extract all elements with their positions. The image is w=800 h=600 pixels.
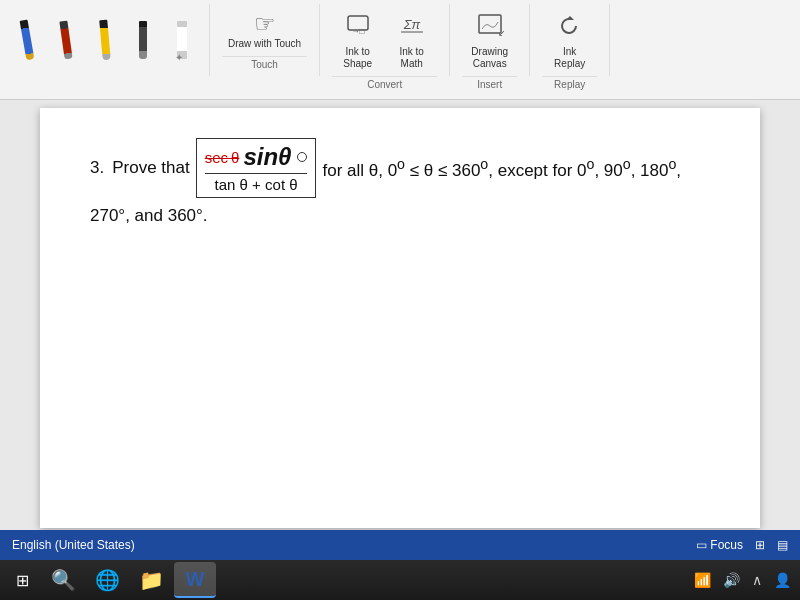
replay-group-name: Replay [542, 76, 597, 92]
drawing-canvas-button[interactable]: ↙ DrawingCanvas [465, 8, 515, 74]
ink-to-shape-label: Ink toShape [343, 46, 372, 70]
dark-pen-icon [139, 21, 147, 59]
ribbon-group-convert: →□ Ink toShape Σπ Ink toMath [320, 4, 450, 76]
ink-to-shape-button[interactable]: →□ Ink toShape [333, 8, 383, 74]
ink-replay-icon [556, 12, 584, 44]
ribbon: ☞ Draw with Touch Touch →□ [0, 0, 800, 100]
tray-person-icon[interactable]: 👤 [771, 570, 794, 590]
search-taskbar-icon: 🔍 [51, 568, 76, 592]
status-bar: English (United States) ▭ Focus ⊞ ▤ [0, 530, 800, 560]
taskbar: ⊞ 🔍 🌐 📁 W 📶 🔊 ∧ 👤 [0, 560, 800, 600]
ribbon-group-replay: InkReplay Replay [530, 4, 610, 76]
touch-group-name: Touch [222, 56, 307, 72]
tray-volume-icon[interactable]: 🔊 [720, 570, 743, 590]
focus-icon: ▭ [696, 538, 707, 552]
insert-group-name: Insert [462, 76, 517, 92]
ink-to-math-icon: Σπ [398, 12, 426, 44]
taskbar-chrome-app[interactable]: 🌐 [86, 562, 128, 598]
taskbar-search-app[interactable]: 🔍 [42, 562, 84, 598]
focus-label[interactable]: ▭ Focus [696, 538, 743, 552]
chrome-taskbar-icon: 🌐 [95, 568, 120, 592]
touch-group-buttons: ☞ Draw with Touch [222, 8, 307, 54]
taskbar-right: 📶 🔊 ∧ 👤 [691, 570, 794, 590]
convert-group-name: Convert [332, 76, 437, 92]
ribbon-groups: ☞ Draw with Touch Touch →□ [210, 4, 800, 76]
ink-to-shape-icon: →□ [344, 12, 372, 44]
start-icon: ⊞ [16, 571, 29, 590]
view-layout-icon[interactable]: ▤ [777, 538, 788, 552]
pen-tools-area [0, 4, 210, 76]
tray-up-icon[interactable]: ∧ [749, 570, 765, 590]
replay-group-buttons: InkReplay [545, 8, 595, 74]
drawing-canvas-label: DrawingCanvas [471, 46, 508, 70]
svg-text:↙: ↙ [498, 28, 504, 38]
ink-replay-button[interactable]: InkReplay [545, 8, 595, 74]
second-line: 270°, and 360°. [90, 206, 710, 226]
status-right: ▭ Focus ⊞ ▤ [696, 538, 788, 552]
problem-line: 3. Prove that sec θ sinθ tan θ + cot θ f… [90, 138, 710, 198]
folder-taskbar-icon: 📁 [139, 568, 164, 592]
draw-with-touch-button[interactable]: ☞ Draw with Touch [222, 8, 307, 54]
taskbar-folder-app[interactable]: 📁 [130, 562, 172, 598]
sec-theta-strikethrough: sec θ [205, 149, 240, 166]
insert-group-buttons: ↙ DrawingCanvas [465, 8, 515, 74]
blue-pen-icon [20, 20, 35, 61]
language-status: English (United States) [12, 538, 135, 552]
sin-theta-main: sinθ [243, 143, 291, 171]
svg-marker-6 [566, 16, 574, 20]
svg-text:Σπ: Σπ [402, 17, 420, 32]
ink-replay-label: InkReplay [554, 46, 585, 70]
svg-text:→□: →□ [351, 27, 364, 36]
pen-tool-5[interactable] [164, 10, 199, 70]
fraction-box[interactable]: sec θ sinθ tan θ + cot θ [196, 138, 317, 198]
draw-touch-label: Draw with Touch [228, 38, 301, 50]
taskbar-word-app[interactable]: W [174, 562, 216, 598]
ribbon-group-insert: ↙ DrawingCanvas Insert [450, 4, 530, 76]
problem-number: 3. [90, 158, 104, 178]
ink-to-math-button[interactable]: Σπ Ink toMath [387, 8, 437, 74]
fraction-numerator: sec θ sinθ [205, 143, 308, 174]
word-taskbar-icon: W [186, 568, 205, 591]
red-pen-icon [59, 21, 72, 60]
tray-network-icon[interactable]: 📶 [691, 570, 714, 590]
convert-group-buttons: →□ Ink toShape Σπ Ink toMath [333, 8, 437, 74]
view-grid-icon[interactable]: ⊞ [755, 538, 765, 552]
problem-suffix: for all θ, 0o ≤ θ ≤ 360o, except for 0o,… [322, 156, 681, 181]
yellow-pen-icon [99, 20, 110, 61]
fraction-denominator: tan θ + cot θ [215, 174, 298, 193]
start-button[interactable]: ⊞ [6, 564, 38, 596]
ribbon-group-touch: ☞ Draw with Touch Touch [210, 4, 320, 76]
pen-tool-3[interactable] [87, 10, 122, 70]
document-area: 3. Prove that sec θ sinθ tan θ + cot θ f… [0, 100, 800, 530]
problem-prefix: Prove that [112, 158, 190, 178]
selection-handle[interactable] [297, 152, 307, 162]
pen-tool-2[interactable] [49, 10, 84, 70]
ink-to-math-label: Ink toMath [399, 46, 423, 70]
drawing-canvas-icon: ↙ [476, 12, 504, 44]
document-page: 3. Prove that sec θ sinθ tan θ + cot θ f… [40, 108, 760, 528]
draw-touch-icon: ☞ [254, 12, 276, 36]
pen-tool-4[interactable] [126, 10, 161, 70]
ribbon-top: ☞ Draw with Touch Touch →□ [0, 0, 800, 80]
pen-tool-1[interactable] [10, 10, 45, 70]
taskbar-apps: 🔍 🌐 📁 W [42, 562, 216, 598]
eraser-icon [177, 21, 187, 59]
